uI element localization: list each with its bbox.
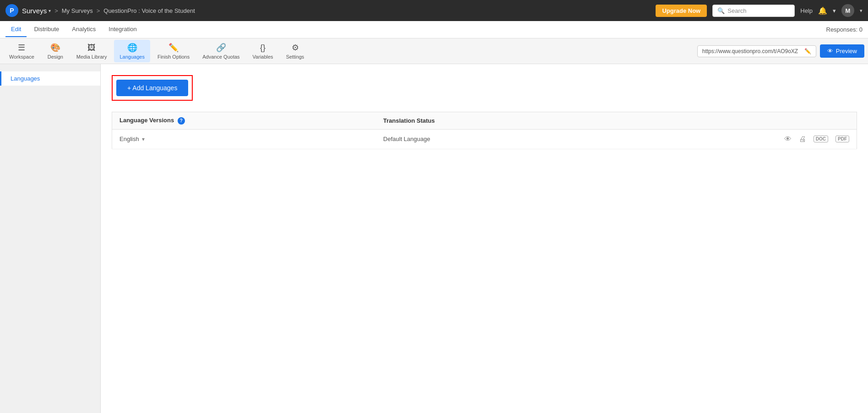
responses-info: Responses: 0 [826,26,863,33]
eye-icon: 👁 [827,48,833,54]
doc-icon[interactable]: DOC [814,136,828,142]
upgrade-now-button[interactable]: Upgrade Now [656,5,707,17]
table-row: English ▾ Default Language 👁 🖨 DOC PDF [112,129,857,149]
toolbar-workspace[interactable]: ☰ Workspace [4,40,40,62]
translation-status-cell: Default Language [376,129,594,149]
search-placeholder: Search [727,7,746,14]
toolbar-variables-label: Variables [253,54,273,60]
notification-icon[interactable]: 🔔 [818,6,827,15]
toolbar-finish-options[interactable]: ✏️ Finish Options [152,40,195,62]
chevron-down-icon: ▾ [49,8,51,13]
table-header-translation-status: Translation Status [376,112,594,130]
variables-icon: {} [260,43,266,53]
search-box[interactable]: 🔍 Search [712,5,795,17]
languages-table: Language Versions ? Translation Status E… [112,112,857,149]
add-languages-wrapper: + Add Languages [112,75,193,101]
toolbar-finish-options-label: Finish Options [157,54,190,60]
action-icons-cell: 👁 🖨 DOC PDF [594,129,857,149]
table-header-actions [594,112,857,130]
toolbar-advance-quotas[interactable]: 🔗 Advance Quotas [197,40,245,62]
language-name-cell: English ▾ [112,129,376,149]
pdf-icon[interactable]: PDF [835,136,849,142]
toolbar-media-library-label: Media Library [76,54,107,60]
sidebar: Languages [0,64,101,413]
search-icon: 🔍 [717,7,725,14]
toolbar-media-library[interactable]: 🖼 Media Library [71,40,113,62]
breadcrumb-separator: > [54,7,58,14]
toolbar-variables[interactable]: {} Variables [247,40,279,62]
logo: P [5,4,18,17]
user-chevron-icon[interactable]: ▾ [860,8,863,14]
preview-btn-label: Preview [836,48,857,54]
preview-button[interactable]: 👁 Preview [820,44,864,58]
my-surveys-breadcrumb[interactable]: My Surveys [62,7,93,14]
finish-options-icon: ✏️ [168,43,179,53]
survey-url-box[interactable]: https://www.questionpro.com/t/AO9oXZ ✏️ [697,45,816,57]
view-icon[interactable]: 👁 [784,135,792,143]
toolbar-design-label: Design [48,54,63,60]
edit-url-icon[interactable]: ✏️ [804,48,811,54]
advance-quotas-icon: 🔗 [216,43,226,53]
toolbar-settings[interactable]: ⚙ Settings [281,40,310,62]
top-nav-right: Upgrade Now 🔍 Search Help 🔔 ▾ M ▾ [656,4,863,17]
sidebar-item-languages[interactable]: Languages [0,71,100,86]
nav-edit[interactable]: Edit [5,22,27,37]
table-header-language-versions: Language Versions ? [112,112,376,130]
toolbar-right: https://www.questionpro.com/t/AO9oXZ ✏️ … [697,44,864,58]
nav-integration[interactable]: Integration [103,22,142,37]
notification-chevron-icon[interactable]: ▾ [833,7,836,14]
toolbar-design[interactable]: 🎨 Design [42,40,69,62]
main-content: Languages + Add Languages Language Versi… [0,64,868,413]
surveys-dropdown[interactable]: Surveys ▾ [22,7,51,15]
language-name: English [119,136,139,142]
toolbar-workspace-label: Workspace [9,54,34,60]
content-area: + Add Languages Language Versions ? Tran… [101,64,868,413]
media-library-icon: 🖼 [87,43,96,53]
nav-distribute[interactable]: Distribute [28,22,65,37]
toolbar-languages-label: Languages [119,54,144,60]
breadcrumb-separator-2: > [97,7,100,14]
print-icon[interactable]: 🖨 [799,135,806,143]
nav-analytics[interactable]: Analytics [66,22,101,37]
surveys-label: Surveys [22,7,47,15]
language-versions-info-icon[interactable]: ? [178,117,185,125]
settings-icon: ⚙ [292,43,299,53]
survey-url-text: https://www.questionpro.com/t/AO9oXZ [702,48,798,54]
survey-title-breadcrumb: QuestionPro : Voice of the Student [103,7,195,14]
user-avatar[interactable]: M [841,4,854,17]
top-nav: P Surveys ▾ > My Surveys > QuestionPro :… [0,0,868,21]
design-icon: 🎨 [50,43,60,53]
toolbar: ☰ Workspace 🎨 Design 🖼 Media Library 🌐 L… [0,38,868,64]
language-dropdown-icon[interactable]: ▾ [142,136,145,142]
add-languages-button[interactable]: + Add Languages [116,80,188,96]
workspace-icon: ☰ [18,43,25,53]
second-nav: Edit Distribute Analytics Integration Re… [0,21,868,38]
help-link[interactable]: Help [800,7,813,14]
toolbar-languages[interactable]: 🌐 Languages [114,40,150,62]
languages-icon: 🌐 [127,43,137,53]
toolbar-settings-label: Settings [286,54,304,60]
toolbar-advance-quotas-label: Advance Quotas [202,54,239,60]
